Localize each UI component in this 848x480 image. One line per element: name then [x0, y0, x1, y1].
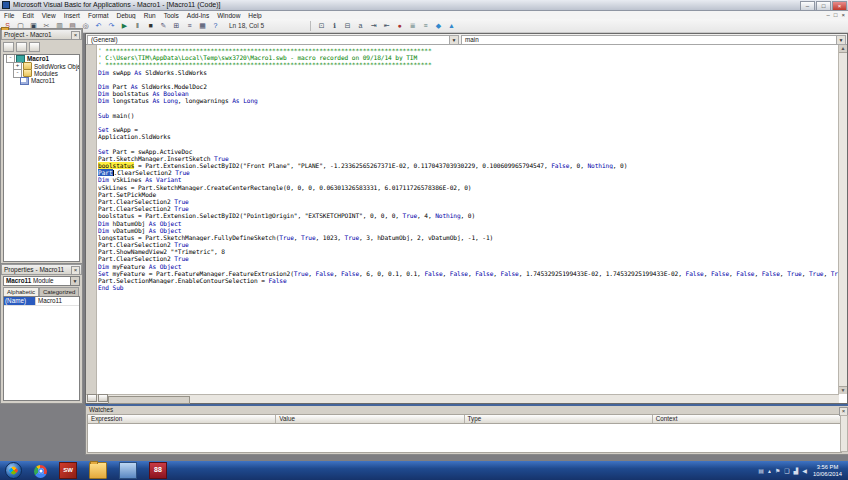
- code-line[interactable]: Dim hDatumObj As Object: [98, 220, 839, 227]
- full-module-view-button[interactable]: [98, 394, 108, 402]
- code-line[interactable]: End Sub: [98, 284, 839, 291]
- list-properties-icon[interactable]: ⊡: [316, 20, 327, 31]
- procedure-view-button[interactable]: [87, 394, 97, 402]
- network-tray-icon[interactable]: ▟: [794, 467, 799, 474]
- code-line[interactable]: Dim longstatus As Long, longwarnings As …: [98, 97, 839, 104]
- run-icon[interactable]: ▶: [119, 20, 130, 31]
- property-row[interactable]: (Name)Macro11: [4, 297, 79, 306]
- taskbar-clock[interactable]: 3:56 PM 10/06/2014: [813, 464, 842, 478]
- code-line[interactable]: Part.ClearSelection2 True: [98, 169, 839, 176]
- action-center-icon[interactable]: ⚑: [775, 467, 780, 474]
- code-line[interactable]: Part.SetPickMode: [98, 191, 839, 198]
- code-line[interactable]: [98, 119, 839, 126]
- redo-icon[interactable]: ↷: [106, 20, 117, 31]
- code-line[interactable]: [98, 140, 839, 147]
- code-line[interactable]: Part.ClearSelection2 True: [98, 198, 839, 205]
- show-hidden-icons[interactable]: ▴: [768, 467, 771, 474]
- start-button[interactable]: [5, 462, 22, 479]
- mdi-minimize-button[interactable]: –: [827, 11, 830, 19]
- vertical-scrollbar[interactable]: ▲ ▼: [838, 45, 847, 394]
- margin-indicator-bar[interactable]: [86, 45, 97, 394]
- code-line[interactable]: Part.ClearSelection2 True: [98, 255, 839, 262]
- menu-file[interactable]: File: [0, 12, 18, 19]
- parameter-info-icon[interactable]: ⊟: [342, 20, 353, 31]
- code-line[interactable]: Part.ShowNamedView2 "*Trimetric", 8: [98, 248, 839, 255]
- object-dropdown[interactable]: (General) ▼: [87, 35, 459, 45]
- tab-alphabetic[interactable]: Alphabetic: [3, 287, 39, 296]
- next-bookmark-icon[interactable]: ▲: [446, 20, 457, 31]
- code-line[interactable]: Part.ClearSelection2 True: [98, 205, 839, 212]
- menu-insert[interactable]: Insert: [60, 12, 84, 19]
- properties-object-dropdown[interactable]: Macro11 Module ▼: [3, 276, 80, 286]
- code-line[interactable]: ' **************************************…: [98, 61, 839, 68]
- tree-item-macro11[interactable]: Macro11: [4, 77, 79, 84]
- volume-tray-icon[interactable]: ◀: [802, 467, 807, 474]
- property-name-cell[interactable]: (Name): [4, 297, 36, 305]
- code-line[interactable]: Sub main(): [98, 112, 839, 119]
- code-line[interactable]: Part.SketchManager.InsertSketch True: [98, 155, 839, 162]
- code-line[interactable]: Dim boolstatus As Boolean: [98, 90, 839, 97]
- code-line[interactable]: Dim vDatumObj As Object: [98, 227, 839, 234]
- code-line[interactable]: ' **************************************…: [98, 47, 839, 54]
- undo-icon[interactable]: ↶: [93, 20, 104, 31]
- horizontal-scrollbar[interactable]: [86, 394, 839, 403]
- code-editor[interactable]: ' **************************************…: [86, 45, 839, 394]
- chrome-icon[interactable]: [34, 465, 47, 478]
- scroll-up-icon[interactable]: ▲: [839, 45, 847, 53]
- quick-info-icon[interactable]: ℹ: [329, 20, 340, 31]
- menu-window[interactable]: Window: [213, 12, 244, 19]
- menu-edit[interactable]: Edit: [18, 12, 37, 19]
- object-browser-icon[interactable]: ▦: [197, 20, 208, 31]
- procedure-dropdown[interactable]: main ▼: [461, 35, 846, 45]
- menu-addins[interactable]: Add-Ins: [183, 12, 213, 19]
- toggle-bookmark-icon[interactable]: ◆: [433, 20, 444, 31]
- comment-block-icon[interactable]: ≣: [407, 20, 418, 31]
- solidworks-icon[interactable]: SW: [59, 462, 77, 479]
- properties-window-icon[interactable]: ≡: [184, 20, 195, 31]
- code-line[interactable]: boolstatus = Part.Extension.SelectByID2(…: [98, 162, 839, 169]
- view-code-icon[interactable]: [3, 42, 14, 52]
- view-object-icon[interactable]: [16, 42, 27, 52]
- project-panel-close-icon[interactable]: ×: [71, 31, 80, 40]
- reset-icon[interactable]: ■: [145, 20, 156, 31]
- code-line[interactable]: Dim swApp As SldWorks.SldWorks: [98, 69, 839, 76]
- power-tray-icon[interactable]: ❑: [784, 467, 789, 474]
- code-line[interactable]: Dim Part As SldWorks.ModelDoc2: [98, 83, 839, 90]
- explorer-folder-icon[interactable]: [89, 462, 107, 479]
- mdi-close-button[interactable]: ×: [841, 11, 845, 19]
- code-line[interactable]: longstatus = Part.SketchManager.FullyDef…: [98, 234, 839, 241]
- complete-word-icon[interactable]: a: [355, 20, 366, 31]
- code-line[interactable]: Set swApp = _: [98, 126, 839, 133]
- menu-run[interactable]: Run: [140, 12, 160, 19]
- code-line[interactable]: Dim myFeature As Object: [98, 263, 839, 270]
- code-line[interactable]: [98, 76, 839, 83]
- code-line[interactable]: Dim vSkLines As Variant: [98, 176, 839, 183]
- outdent-icon[interactable]: ⇤: [381, 20, 392, 31]
- code-line[interactable]: [98, 105, 839, 112]
- horizontal-scroll-thumb[interactable]: [108, 396, 190, 404]
- code-line[interactable]: vSkLines = Part.SketchManager.CreateCent…: [98, 184, 839, 191]
- code-line[interactable]: Application.SldWorks: [98, 133, 839, 140]
- mdi-restore-button[interactable]: □: [834, 11, 838, 19]
- network-app-icon[interactable]: [119, 462, 137, 479]
- toggle-breakpoint-icon[interactable]: ●: [394, 20, 405, 31]
- scroll-down-icon[interactable]: ▼: [839, 386, 847, 394]
- watches-scrollbar[interactable]: [840, 415, 848, 452]
- minimize-button[interactable]: –: [800, 1, 815, 11]
- red-app-icon[interactable]: 88: [149, 462, 167, 479]
- menu-debug[interactable]: Debug: [113, 12, 140, 19]
- indent-icon[interactable]: ⇥: [368, 20, 379, 31]
- uncomment-block-icon[interactable]: ≡: [420, 20, 431, 31]
- help-icon[interactable]: ?: [210, 20, 221, 31]
- code-line[interactable]: Set Part = swApp.ActiveDoc: [98, 148, 839, 155]
- tree-item-modules[interactable]: -Modules: [4, 70, 79, 77]
- menu-tools[interactable]: Tools: [160, 12, 183, 19]
- code-line[interactable]: Set myFeature = Part.FeatureManager.Feat…: [98, 270, 839, 277]
- properties-panel-close-icon[interactable]: ×: [71, 266, 80, 275]
- watches-body[interactable]: [87, 424, 842, 453]
- code-line[interactable]: ' C:\Users\TIM\AppData\Local\Temp\swx372…: [98, 54, 839, 61]
- toggle-folders-icon[interactable]: [29, 42, 40, 52]
- maximize-button[interactable]: □: [816, 1, 831, 11]
- project-explorer-icon[interactable]: ⊞: [171, 20, 182, 31]
- tab-categorized[interactable]: Categorized: [39, 287, 79, 296]
